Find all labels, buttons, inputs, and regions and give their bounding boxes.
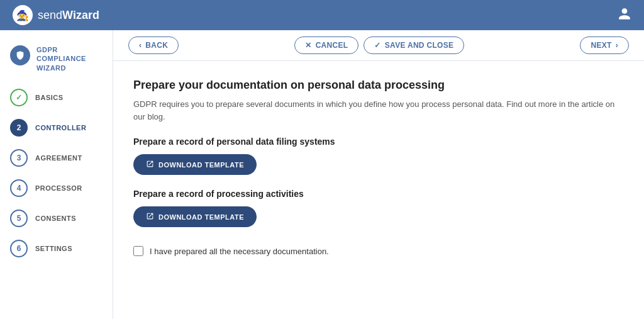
sidebar-item-basics[interactable]: ✓ BASICS [0, 82, 113, 113]
sidebar-item-agreement[interactable]: 3 AGREEMENT [0, 143, 113, 173]
content-area: ‹ BACK ✕ CANCEL ✓ SAVE AND CLOSE NEXT › [113, 30, 644, 319]
sidebar-item-settings[interactable]: 6 SETTINGS [0, 233, 113, 264]
step-circle-agreement: 3 [10, 149, 28, 167]
back-chevron-icon: ‹ [139, 41, 142, 50]
external-link-icon-1 [146, 160, 154, 169]
checkmark-icon: ✓ [374, 41, 380, 50]
sidebar-item-processor[interactable]: 4 PROCESSOR [0, 173, 113, 203]
app-logo: 🧙 sendWizard [13, 5, 99, 25]
user-icon[interactable] [618, 7, 631, 24]
sidebar-label-consents: CONSENTS [35, 215, 76, 222]
step-circle-settings: 6 [10, 240, 28, 257]
checkbox-label[interactable]: I have prepared all the necessary docume… [150, 247, 329, 256]
main-content: Prepare your documentation on personal d… [113, 61, 644, 319]
sidebar-label-processor: PROCESSOR [35, 184, 82, 192]
download-template-1-button[interactable]: DOWNLOAD TEMPLATE [133, 154, 257, 175]
back-button[interactable]: ‹ BACK [128, 36, 179, 54]
cancel-button[interactable]: ✕ CANCEL [294, 36, 358, 54]
download-template-2-button[interactable]: DOWNLOAD TEMPLATE [133, 206, 257, 227]
next-chevron-icon: › [616, 41, 618, 50]
sidebar-item-controller[interactable]: 2 CONTROLLER [0, 113, 113, 143]
documentation-checkbox[interactable] [133, 246, 143, 256]
cancel-icon: ✕ [305, 41, 311, 50]
next-button[interactable]: NEXT › [580, 36, 629, 54]
toolbar-center: ✕ CANCEL ✓ SAVE AND CLOSE [294, 36, 464, 54]
step-circle-basics: ✓ [10, 89, 28, 106]
page-title: Prepare your documentation on personal d… [133, 79, 624, 92]
logo-icon: 🧙 [13, 5, 33, 25]
sidebar-label-agreement: AGREEMENT [35, 154, 82, 162]
shield-icon [10, 45, 30, 65]
save-close-button[interactable]: ✓ SAVE AND CLOSE [364, 36, 464, 54]
sidebar-label-settings: SETTINGS [35, 245, 72, 252]
external-link-icon-2 [146, 212, 154, 221]
toolbar-right: NEXT › [580, 36, 629, 54]
step-circle-processor: 4 [10, 179, 28, 197]
section1-title: Prepare a record of personal data filing… [133, 137, 624, 147]
sidebar-label-controller: CONTROLLER [35, 124, 86, 132]
sidebar-title: GDPR COMPLIANCE WIZARD [36, 45, 86, 72]
sidebar-item-consents[interactable]: 5 CONSENTS [0, 203, 113, 233]
sidebar: GDPR COMPLIANCE WIZARD ✓ BASICS 2 CONTRO… [0, 30, 113, 319]
step-circle-controller: 2 [10, 119, 28, 137]
logo-text: sendWizard [38, 9, 99, 22]
section2-title: Prepare a record of processing activitie… [133, 189, 624, 199]
checkbox-row: I have prepared all the necessary docume… [133, 246, 624, 256]
toolbar: ‹ BACK ✕ CANCEL ✓ SAVE AND CLOSE NEXT › [113, 30, 644, 61]
step-circle-consents: 5 [10, 210, 28, 227]
sidebar-header: GDPR COMPLIANCE WIZARD [0, 40, 113, 82]
page-description: GDPR requires you to prepare several doc… [133, 98, 624, 123]
app-header: 🧙 sendWizard [0, 0, 644, 30]
toolbar-left: ‹ BACK [128, 36, 179, 54]
sidebar-label-basics: BASICS [35, 94, 64, 101]
main-layout: GDPR COMPLIANCE WIZARD ✓ BASICS 2 CONTRO… [0, 30, 644, 319]
